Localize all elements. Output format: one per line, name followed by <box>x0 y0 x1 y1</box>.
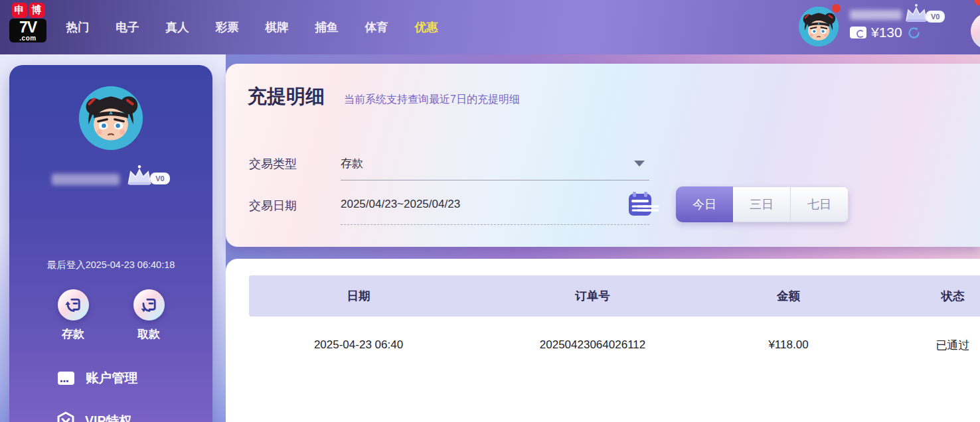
username-blurred <box>850 10 902 20</box>
deposit-arrow-icon <box>64 297 82 314</box>
vip-shield-icon <box>57 411 74 422</box>
date-range-buttons: 今日 三日 七日 <box>676 186 849 222</box>
sidebar-menu: 账户管理 VIP特权 红利红包 <box>57 369 137 422</box>
balance-amount: ¥130 <box>871 25 902 40</box>
main-nav: 热门 电子 真人 彩票 棋牌 捕鱼 体育 优惠 <box>66 0 438 54</box>
wallet-icon <box>850 27 866 38</box>
page-title: 充提明细 <box>248 84 325 110</box>
username-blurred <box>52 174 120 185</box>
col-header-status: 状态 <box>860 288 980 304</box>
vip-badge: V0 <box>926 11 945 23</box>
col-header-order: 订单号 <box>468 288 717 304</box>
page: 申 博 7V .com 热门 电子 真人 彩票 棋牌 捕鱼 体育 优惠 <box>0 0 980 422</box>
sidebar-item-label: 账户管理 <box>86 369 137 387</box>
logo-main-text: 7V <box>11 19 45 35</box>
withdraw-label: 取款 <box>137 326 160 342</box>
cell-order-number: 20250423064026112 <box>468 338 717 352</box>
table-row: 2025-04-23 06:40 20250423064026112 ¥118.… <box>249 325 980 365</box>
col-header-amount: 金额 <box>717 288 860 304</box>
deposit-button[interactable]: 存款 <box>46 289 100 342</box>
cell-status: 已通过 <box>860 338 980 353</box>
transaction-type-label: 交易类型 <box>249 156 297 172</box>
page-subtitle: 当前系统支持查询最近7日的充提明细 <box>344 93 520 107</box>
nav-item-chess[interactable]: 棋牌 <box>265 19 289 35</box>
logo-badge-right: 博 <box>29 3 44 18</box>
chevron-down-icon[interactable] <box>634 161 645 167</box>
select-underline <box>341 180 649 180</box>
cell-date: 2025-04-23 06:40 <box>249 338 468 352</box>
vip-badge: V0 <box>150 173 169 184</box>
top-navbar: 申 博 7V .com 热门 电子 真人 彩票 棋牌 捕鱼 体育 优惠 <box>0 0 980 54</box>
avatar-illustration <box>79 86 143 150</box>
transaction-date-label: 交易日期 <box>249 198 297 214</box>
deposit-label: 存款 <box>62 326 84 342</box>
col-header-date: 日期 <box>249 288 468 304</box>
sidebar-avatar <box>79 86 143 150</box>
site-logo[interactable]: 申 博 7V .com <box>9 3 46 42</box>
notification-dot <box>832 4 841 13</box>
nav-item-slots[interactable]: 电子 <box>116 19 139 35</box>
date-range-input[interactable]: 2025/04/23~2025/04/23 <box>341 198 460 211</box>
nav-item-lottery[interactable]: 彩票 <box>215 19 239 35</box>
sidebar-item-vip[interactable]: VIP特权 <box>57 411 137 422</box>
avatar-illustration <box>799 7 839 46</box>
withdraw-button[interactable]: 取款 <box>122 289 175 342</box>
sidebar-item-account[interactable]: 账户管理 <box>57 369 137 387</box>
refresh-icon[interactable] <box>907 26 921 40</box>
records-panel: 日期 订单号 金额 状态 2025-04-23 06:40 2025042306… <box>226 259 980 422</box>
user-avatar[interactable] <box>799 7 839 46</box>
logo-domain-text: .com <box>11 35 45 41</box>
quick-actions: 存款 取款 <box>9 289 212 342</box>
filter-panel: 充提明细 当前系统支持查询最近7日的充提明细 交易类型 存款 交易日期 2025… <box>226 64 980 247</box>
nav-item-live[interactable]: 真人 <box>165 19 189 35</box>
balance-area: ¥130 <box>850 25 921 40</box>
corner-notification-dot <box>975 0 980 5</box>
bank-card-icon <box>57 371 75 386</box>
cell-amount: ¥118.00 <box>717 338 860 352</box>
sidebar-user-row: V0 <box>9 165 212 186</box>
nav-item-sports[interactable]: 体育 <box>365 19 388 35</box>
vip-level[interactable]: V0 <box>903 3 945 23</box>
withdraw-arrow-icon <box>140 297 157 314</box>
sidebar-item-label: VIP特权 <box>85 412 131 422</box>
range-button-7days[interactable]: 七日 <box>791 186 849 222</box>
nav-item-fishing[interactable]: 捕鱼 <box>315 19 339 35</box>
main-content: 充提明细 当前系统支持查询最近7日的充提明细 交易类型 存款 交易日期 2025… <box>226 54 980 422</box>
logo-badge-left: 申 <box>12 3 27 18</box>
account-sidebar: V0 最后登入2025-04-23 06:40:18 存款 <box>9 65 212 422</box>
nav-item-promo[interactable]: 优惠 <box>414 19 438 35</box>
transaction-type-select[interactable]: 存款 <box>341 156 363 171</box>
date-underline <box>341 224 649 225</box>
nav-item-hot[interactable]: 热门 <box>66 19 90 35</box>
range-button-3days[interactable]: 三日 <box>733 186 791 222</box>
table-header: 日期 订单号 金额 状态 <box>249 275 980 316</box>
range-button-today[interactable]: 今日 <box>676 186 733 222</box>
calendar-icon[interactable] <box>629 194 651 216</box>
last-login-text: 最后登入2025-04-23 06:40:18 <box>9 259 212 271</box>
